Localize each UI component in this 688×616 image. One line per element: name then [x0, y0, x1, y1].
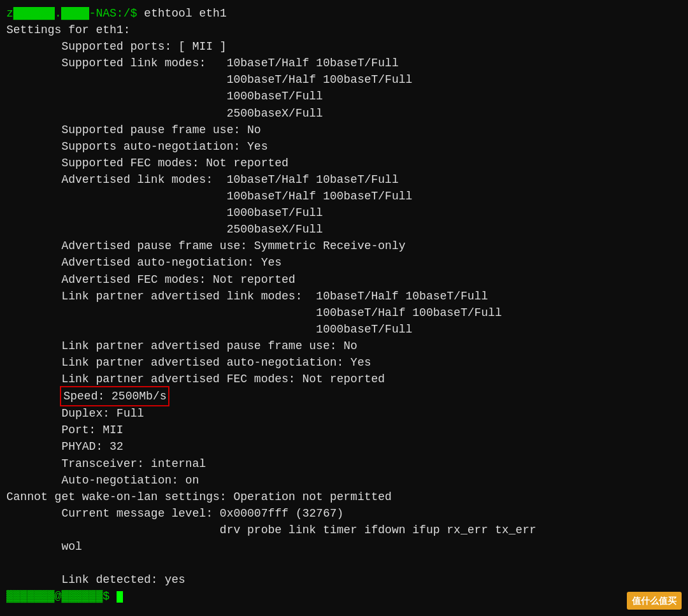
link-partner-link-2: 1000baseT/Full [6, 321, 682, 338]
wake-on-lan-error: Cannot get wake-on-lan settings: Operati… [6, 489, 682, 505]
link-partner-autoneg: Link partner advertised auto-negotiation… [6, 354, 682, 371]
settings-header: Settings for eth1: [6, 22, 682, 38]
supported-fec: Supported FEC modes: Not reported [6, 155, 682, 171]
transceiver: Transceiver: internal [6, 455, 682, 472]
supported-link-1: 100baseT/Half 100baseT/Full [6, 71, 682, 88]
next-prompt: ▓▓▓▓▓▓▓@▓▓▓▓▓▓$ [6, 588, 682, 605]
terminal-window: z▓▓▓▓▓▓.▓▓▓▓-NAS:/$ ethtool eth1 Setting… [0, 0, 688, 616]
advertised-pause: Advertised pause frame use: Symmetric Re… [6, 238, 682, 254]
speed-line: Speed: 2500Mb/s [6, 387, 682, 405]
link-partner-fec: Link partner advertised FEC modes: Not r… [6, 371, 682, 387]
blank-line [6, 555, 682, 571]
supports-autoneg: Supports auto-negotiation: Yes [6, 138, 682, 155]
supported-link-3: 2500baseX/Full [6, 105, 682, 122]
phyad: PHYAD: 32 [6, 438, 682, 455]
duplex: Duplex: Full [6, 405, 682, 422]
advertised-autoneg: Advertised auto-negotiation: Yes [6, 254, 682, 271]
link-detected: Link detected: yes [6, 571, 682, 588]
port: Port: MII [6, 422, 682, 438]
wol-line: wol [6, 538, 682, 555]
msg-level: Current message level: 0x00007fff (32767… [6, 505, 682, 522]
advertised-link-label: Advertised link modes: 10baseT/Half 10ba… [6, 171, 682, 188]
link-partner-link-1: 100baseT/Half 100baseT/Full [6, 304, 682, 321]
link-partner-link-label: Link partner advertised link modes: 10ba… [6, 288, 682, 304]
advertised-link-1: 100baseT/Half 100baseT/Full [6, 188, 682, 204]
advertised-fec: Advertised FEC modes: Not reported [6, 271, 682, 288]
msg-level-detail: drv probe link timer ifdown ifup rx_err … [6, 522, 682, 538]
supported-pause: Supported pause frame use: No [6, 122, 682, 138]
command-text: ethtool eth1 [137, 7, 226, 20]
advertised-link-2: 1000baseT/Full [6, 204, 682, 221]
advertised-link-3: 2500baseX/Full [6, 221, 682, 238]
supported-link-2: 1000baseT/Full [6, 88, 682, 104]
supported-link-label: Supported link modes: 10baseT/Half 10bas… [6, 55, 682, 71]
auto-negotiation: Auto-negotiation: on [6, 472, 682, 489]
link-partner-pause: Link partner advertised pause frame use:… [6, 338, 682, 354]
prompt-text: z▓▓▓▓▓▓.▓▓▓▓-NAS:/$ [6, 7, 137, 20]
cursor-block [117, 591, 123, 603]
command-prompt: z▓▓▓▓▓▓.▓▓▓▓-NAS:/$ ethtool eth1 [6, 7, 227, 20]
speed-highlight: Speed: 2500Mb/s [61, 387, 168, 405]
supported-ports: Supported ports: [ MII ] [6, 38, 682, 55]
watermark-badge: 值什么值买 [627, 592, 682, 610]
